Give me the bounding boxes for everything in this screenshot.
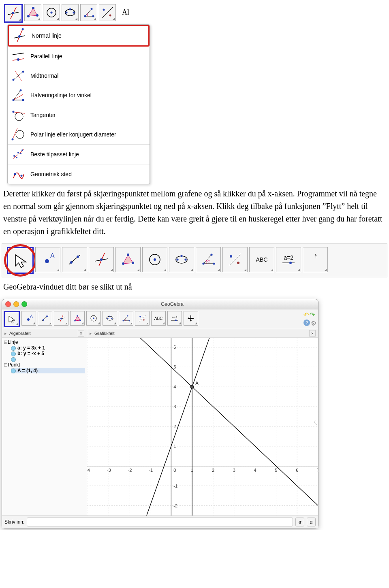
svg-point-61: [122, 262, 124, 265]
ggb-move-view-tool[interactable]: [184, 311, 198, 326]
svg-point-84: [43, 319, 44, 321]
symbol-keyboard-button[interactable]: α: [307, 518, 316, 526]
ggb-line-tool[interactable]: [38, 311, 52, 326]
svg-line-152: [87, 329, 318, 516]
ggb-reflect-tool[interactable]: [135, 311, 150, 326]
svg-point-36: [22, 99, 24, 101]
line-tool[interactable]: [62, 247, 87, 272]
circle-tool-2[interactable]: [142, 247, 167, 272]
svg-text:7: 7: [317, 468, 318, 473]
move-view-tool[interactable]: [303, 247, 328, 272]
svg-text:6: 6: [173, 345, 176, 349]
toolbar-right-icons: ↶ ↷ ? ⚙: [304, 311, 316, 327]
group-punkt[interactable]: Punkt: [4, 362, 85, 368]
conic-tool[interactable]: [62, 4, 79, 21]
menu-label: Halveringslinje for vinkel: [30, 92, 92, 98]
polygon-tool-2[interactable]: [115, 247, 141, 272]
ggb-move-tool[interactable]: [4, 311, 20, 327]
menu-label: Normal linje: [32, 32, 62, 39]
abc-label-small: ABC: [154, 316, 163, 321]
graphics-panel[interactable]: Grafikkfelt × -4-3-2-101234567-2-1123456…: [87, 329, 318, 516]
reflect-tool-2[interactable]: [222, 247, 248, 272]
svg-line-33: [13, 90, 21, 100]
menu-normal-linje[interactable]: Normal linje: [8, 25, 150, 47]
command-input[interactable]: [27, 518, 293, 526]
chevron-right-icon[interactable]: [4, 331, 8, 336]
svg-point-6: [36, 14, 38, 17]
menu-parallell-linje[interactable]: Parallell linje: [8, 47, 150, 66]
svg-text:-1: -1: [173, 484, 177, 488]
angle-tool[interactable]: [80, 4, 97, 21]
menu-label: Polar linje eller konjugert diameter: [30, 131, 116, 138]
svg-point-97: [111, 317, 112, 319]
menu-label: Parallell linje: [30, 53, 62, 60]
svg-point-47: [17, 152, 19, 153]
ggb-point-tool[interactable]: A: [21, 311, 36, 326]
svg-point-20: [109, 15, 111, 17]
close-panel-icon[interactable]: ×: [309, 330, 316, 337]
menu-beste-tilpasset[interactable]: Beste tilpasset linje: [8, 145, 150, 164]
group-linje[interactable]: Linje: [4, 339, 85, 345]
obj-b[interactable]: b: y = -x + 5: [11, 351, 85, 356]
line-tools-dropdown: Normal linje Parallell linje Midtnormal …: [7, 24, 150, 184]
menu-midtnormal[interactable]: Midtnormal: [8, 66, 150, 85]
ggb-angle-tool[interactable]: [119, 311, 133, 326]
ggb-slider-tool[interactable]: a=2: [167, 311, 182, 326]
svg-point-11: [73, 12, 75, 14]
svg-point-52: [45, 259, 49, 263]
menu-polar-linje[interactable]: Polar linje eller konjugert diameter: [8, 125, 150, 144]
svg-point-56: [77, 256, 79, 258]
angle-bisector-icon: [10, 87, 26, 103]
graph-plot[interactable]: -4-3-2-101234567-2-1123456A: [87, 329, 318, 516]
conic-tool-2[interactable]: [169, 247, 194, 272]
menu-label: Tangenter: [30, 112, 56, 118]
svg-marker-89: [75, 316, 80, 321]
svg-point-102: [128, 320, 130, 321]
ggb-polygon-tool[interactable]: [70, 311, 85, 326]
ggb-conic-tool[interactable]: [103, 311, 117, 326]
settings-icon[interactable]: ⚙: [311, 320, 316, 327]
window-minimize-icon[interactable]: [13, 301, 19, 307]
slider-tool[interactable]: a=2: [276, 247, 301, 272]
menu-halveringslinje[interactable]: Halveringslinje for vinkel: [8, 85, 150, 105]
ggb-text-tool[interactable]: ABC: [151, 311, 166, 326]
text-tool[interactable]: ABC: [249, 247, 274, 272]
svg-text:-2: -2: [173, 503, 177, 508]
perpendicular-line-tool[interactable]: [4, 4, 23, 23]
circle-tool[interactable]: [43, 4, 60, 21]
polygon-tool[interactable]: [24, 4, 41, 21]
svg-point-10: [66, 12, 68, 14]
perpendicular-tool[interactable]: [89, 247, 114, 272]
ggb-circle-tool[interactable]: [86, 311, 101, 326]
point-tool[interactable]: A: [35, 247, 60, 272]
undo-icon[interactable]: ↶: [304, 311, 309, 319]
input-history-stepper[interactable]: ⇵: [295, 518, 304, 526]
al-label: Al: [122, 8, 129, 17]
svg-line-14: [85, 9, 92, 16]
graphics-panel-title: Grafikkfelt: [94, 331, 115, 336]
obj-A[interactable]: A = (1, 4): [11, 368, 85, 373]
help-icon[interactable]: ?: [304, 320, 310, 326]
svg-text:5: 5: [173, 364, 176, 369]
svg-text:-1: -1: [149, 468, 153, 473]
svg-point-59: [100, 258, 103, 261]
reflect-tool[interactable]: [99, 4, 116, 21]
menu-geometrisk-sted[interactable]: Geometrisk sted: [8, 164, 150, 184]
svg-point-101: [122, 320, 124, 321]
redo-icon[interactable]: ↷: [310, 311, 315, 319]
window-maximize-icon[interactable]: [21, 301, 27, 307]
close-panel-icon[interactable]: ×: [78, 330, 84, 337]
move-tool[interactable]: [7, 247, 34, 274]
svg-point-19: [103, 9, 105, 11]
obj-a[interactable]: a: y = 3x + 1: [11, 345, 85, 351]
window-close-icon[interactable]: [5, 301, 11, 307]
menu-tangenter[interactable]: Tangenter: [8, 105, 150, 125]
angle-tool-2[interactable]: α: [196, 247, 221, 272]
chevron-right-icon[interactable]: [90, 331, 93, 336]
svg-point-4: [27, 15, 30, 17]
ggb-perpendicular-tool[interactable]: [54, 311, 68, 326]
obj-c[interactable]: [11, 356, 85, 362]
extra-tool[interactable]: Al: [118, 4, 134, 20]
svg-point-65: [154, 258, 156, 261]
svg-point-50: [14, 173, 16, 175]
